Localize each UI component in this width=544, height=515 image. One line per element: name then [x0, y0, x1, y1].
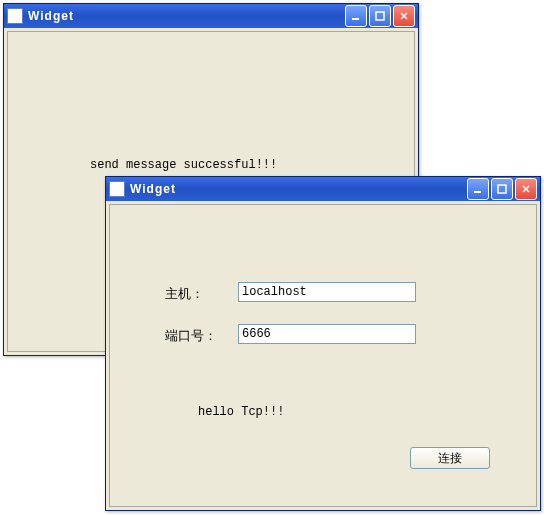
svg-rect-4 [474, 191, 481, 193]
svg-rect-0 [352, 18, 359, 20]
host-label: 主机： [165, 285, 204, 303]
close-button[interactable] [393, 5, 415, 27]
window-client: Widget 主机： 端口号： hello Tcp!!! 连接 [105, 176, 541, 511]
port-input[interactable] [238, 324, 416, 344]
status-message: send message successful!!! [90, 158, 277, 172]
minimize-button[interactable] [345, 5, 367, 27]
titlebar[interactable]: Widget [106, 177, 540, 201]
app-icon [109, 181, 125, 197]
window-title: Widget [28, 9, 345, 23]
minimize-button[interactable] [467, 178, 489, 200]
maximize-button[interactable] [369, 5, 391, 27]
client-area: 主机： 端口号： hello Tcp!!! 连接 [109, 204, 537, 507]
app-icon [7, 8, 23, 24]
maximize-button[interactable] [491, 178, 513, 200]
connect-button[interactable]: 连接 [410, 447, 490, 469]
host-input[interactable] [238, 282, 416, 302]
close-button[interactable] [515, 178, 537, 200]
window-title: Widget [130, 182, 467, 196]
svg-rect-1 [376, 12, 384, 20]
port-label: 端口号： [165, 327, 217, 345]
svg-rect-5 [498, 185, 506, 193]
titlebar[interactable]: Widget [4, 4, 418, 28]
status-message: hello Tcp!!! [198, 405, 284, 419]
